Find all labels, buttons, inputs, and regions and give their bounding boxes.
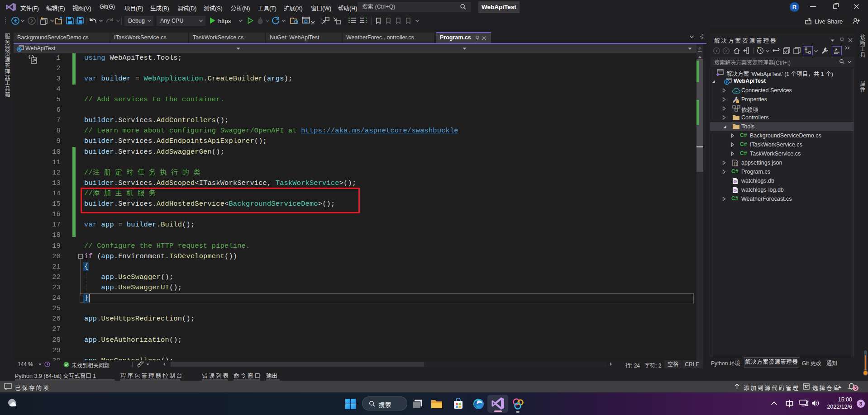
svg-text:{}: {} [734,161,738,165]
